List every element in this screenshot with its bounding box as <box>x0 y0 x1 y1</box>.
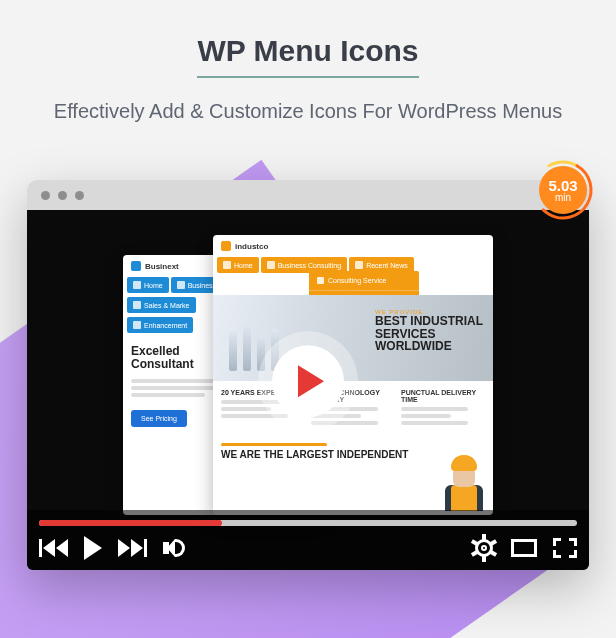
menu-label: Enhancement <box>144 322 187 329</box>
duration-value: 5.03 <box>548 178 577 193</box>
menu-label: Sales & Marke <box>144 302 190 309</box>
headline: Excelled <box>131 344 180 358</box>
page-subtitle: Effectively Add & Customize Icons For Wo… <box>0 100 616 123</box>
front-logo: industco <box>235 242 268 251</box>
play-icon <box>298 365 324 397</box>
progress-bar[interactable] <box>39 520 577 526</box>
back-logo: Businext <box>145 262 179 271</box>
skip-fwd-icon <box>118 539 130 557</box>
preview-card-front: industco Home Business Consulting Recent… <box>213 235 493 515</box>
dropdown-item: Consulting Service <box>328 277 386 284</box>
player-controls <box>27 510 589 570</box>
fullscreen-button[interactable] <box>553 538 577 558</box>
volume-button[interactable] <box>163 537 185 559</box>
traffic-light-dot <box>75 191 84 200</box>
settings-button[interactable] <box>473 537 495 559</box>
fullscreen-icon <box>553 538 561 546</box>
video-viewport[interactable]: Businext Home Business Co Sales & Marke … <box>27 210 589 570</box>
theatre-mode-button[interactable] <box>511 539 537 557</box>
play-pause-button[interactable] <box>84 536 102 560</box>
duration-unit: min <box>555 193 571 203</box>
menu-label: Business Consulting <box>278 262 341 269</box>
previous-button[interactable] <box>39 539 68 557</box>
traffic-light-dot <box>58 191 67 200</box>
headline: Consultant <box>131 357 194 371</box>
progress-fill <box>39 520 222 526</box>
menu-label: Home <box>234 262 253 269</box>
volume-icon <box>175 539 185 557</box>
menu-label: Recent News <box>366 262 408 269</box>
menu-label: Home <box>144 282 163 289</box>
skip-back-icon <box>56 539 68 557</box>
skip-fwd-icon <box>131 539 143 557</box>
cta-button: See Pricing <box>131 410 187 427</box>
page-title: WP Menu Icons <box>197 34 418 78</box>
play-button[interactable] <box>272 345 344 417</box>
worker-illustration <box>441 455 487 509</box>
play-icon <box>84 536 102 560</box>
col-title: PUNCTUAL DELIVERY TIME <box>401 389 485 403</box>
window-chrome <box>27 180 589 210</box>
skip-back-icon <box>43 539 55 557</box>
video-player: 5.03 min Businext Home Business Co Sales… <box>27 180 589 570</box>
next-button[interactable] <box>118 539 147 557</box>
traffic-light-dot <box>41 191 50 200</box>
hero-line: SERVICES WORLDWIDE <box>375 327 452 354</box>
duration-badge: 5.03 min <box>531 158 595 222</box>
